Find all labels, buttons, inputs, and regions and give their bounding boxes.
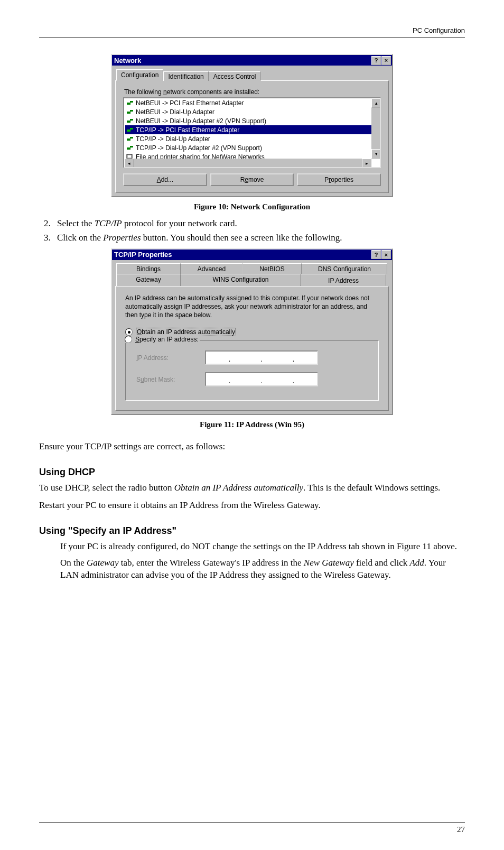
list-item[interactable]: TCP/IP -> PCI Fast Ethernet Adapter <box>125 125 380 134</box>
tab-body-configuration: The following network components are ins… <box>115 80 389 193</box>
components-label: The following network components are ins… <box>124 88 381 96</box>
tcpip-tabs-row1: Bindings Advanced NetBIOS DNS Configurat… <box>116 263 392 274</box>
tab-netbios[interactable]: NetBIOS <box>242 263 302 274</box>
list-item[interactable]: TCP/IP -> Dial-Up Adapter <box>125 134 380 143</box>
svg-rect-4 <box>127 121 130 123</box>
close-icon[interactable]: × <box>381 250 391 259</box>
scroll-left-icon[interactable]: ◂ <box>124 159 134 168</box>
ip-address-input[interactable]: ... <box>205 350 318 365</box>
list-item[interactable]: NetBEUI -> PCI Fast Ethernet Adapter <box>125 98 380 107</box>
network-titlebar[interactable]: Network ? × <box>112 55 392 66</box>
tab-access-control[interactable]: Access Control <box>209 71 261 81</box>
specify-fieldset: Specify an IP address: IP Address: ... S… <box>125 340 379 401</box>
para-specify-1: If your PC is already configured, do NOT… <box>60 541 465 553</box>
ip-address-label: IP Address: <box>136 354 205 362</box>
horizontal-scrollbar[interactable]: ◂ ▸ <box>124 159 371 167</box>
protocol-icon <box>126 135 134 143</box>
subnet-mask-input[interactable]: ... <box>205 372 318 386</box>
tcpip-dialog: TCP/IP Properties ? × Bindings Advanced … <box>111 248 393 415</box>
svg-rect-2 <box>127 112 130 114</box>
page-header-right: PC Configuration <box>39 26 465 34</box>
svg-rect-10 <box>127 147 130 150</box>
radio-specify[interactable]: Specify an IP address: <box>124 336 200 343</box>
scroll-right-icon[interactable]: ▸ <box>362 159 371 168</box>
tab-gateway[interactable]: Gateway <box>116 274 181 286</box>
dot-icon: . <box>228 376 230 385</box>
svg-rect-0 <box>127 103 130 105</box>
dot-icon: . <box>260 376 263 385</box>
properties-button[interactable]: Properties <box>297 173 381 186</box>
tab-advanced[interactable]: Advanced <box>181 263 242 274</box>
svg-rect-1 <box>130 101 133 103</box>
radio-specify-label: Specify an IP address: <box>135 336 199 343</box>
dot-icon: . <box>260 355 263 363</box>
tab-identification[interactable]: Identification <box>163 71 208 81</box>
help-icon[interactable]: ? <box>371 56 381 65</box>
protocol-icon <box>126 144 134 152</box>
para-specify-2: On the Gateway tab, enter the Wireless G… <box>60 557 465 581</box>
subnet-mask-row: Subnet Mask: ... <box>136 372 368 386</box>
svg-rect-11 <box>130 146 133 147</box>
tab-configuration[interactable]: Configuration <box>116 69 163 81</box>
tab-dns[interactable]: DNS Configuration <box>302 263 387 274</box>
svg-rect-3 <box>130 110 133 112</box>
svg-rect-8 <box>127 138 130 141</box>
tab-ipaddress[interactable]: IP Address <box>301 274 386 286</box>
subnet-mask-label: Subnet Mask: <box>136 376 205 383</box>
protocol-icon <box>126 108 134 116</box>
radio-obtain-label: Obtain an IP address automatically <box>136 328 236 336</box>
ipaddress-tab-body: An IP address can be automatically assig… <box>115 286 389 411</box>
heading-specify: Using "Specify an IP Address" <box>39 525 465 537</box>
scroll-up-icon[interactable]: ▴ <box>371 98 381 108</box>
vertical-scrollbar[interactable]: ▴ ▾ <box>371 98 380 159</box>
para-dhcp: To use DHCP, select the radio button Obt… <box>39 482 465 494</box>
help-icon[interactable]: ? <box>371 250 381 259</box>
radio-obtain-auto[interactable]: Obtain an IP address automatically <box>125 328 379 336</box>
dot-icon: . <box>293 376 295 385</box>
instruction-list: Select the TCP/IP protocol for your netw… <box>39 218 465 246</box>
tcpip-title: TCP/IP Properties <box>114 251 172 258</box>
tab-wins[interactable]: WINS Configuration <box>181 274 301 286</box>
svg-rect-6 <box>127 130 130 132</box>
svg-rect-5 <box>130 119 133 121</box>
heading-dhcp: Using DHCP <box>39 467 465 478</box>
protocol-icon <box>126 117 134 125</box>
protocol-icon <box>126 99 134 107</box>
scroll-down-icon[interactable]: ▾ <box>371 149 381 159</box>
remove-button[interactable]: Remove <box>210 173 294 186</box>
ip-address-row: IP Address: ... <box>136 350 368 365</box>
tcpip-titlebar[interactable]: TCP/IP Properties ? × <box>112 250 392 260</box>
list-item[interactable]: NetBEUI -> Dial-Up Adapter #2 (VPN Suppo… <box>125 116 380 125</box>
tab-bindings[interactable]: Bindings <box>116 263 181 274</box>
para-restart: Restart your PC to ensure it obtains an … <box>39 500 465 512</box>
svg-rect-9 <box>130 137 133 138</box>
list-item[interactable]: TCP/IP -> Dial-Up Adapter #2 (VPN Suppor… <box>125 143 380 152</box>
tcpip-tabs-row2: Gateway WINS Configuration IP Address <box>116 274 392 286</box>
radio-icon <box>125 328 133 336</box>
close-icon[interactable]: × <box>381 56 391 65</box>
components-listbox[interactable]: NetBEUI -> PCI Fast Ethernet Adapter Net… <box>123 97 381 168</box>
svg-rect-7 <box>130 128 133 130</box>
dot-icon: . <box>293 355 295 363</box>
list-item[interactable]: NetBEUI -> Dial-Up Adapter <box>125 107 380 116</box>
top-rule <box>39 38 465 38</box>
para-ensure: Ensure your TCP/IP settings are correct,… <box>39 441 465 453</box>
network-tabs: Configuration Identification Access Cont… <box>116 69 389 80</box>
protocol-icon <box>126 126 134 134</box>
svg-rect-13 <box>128 155 131 158</box>
ipaddress-info: An IP address can be automatically assig… <box>125 294 379 320</box>
bottom-rule <box>39 823 465 823</box>
network-title: Network <box>114 57 141 64</box>
step-2: Select the TCP/IP protocol for your netw… <box>53 218 465 230</box>
figure11-caption: Figure 11: IP Address (Win 95) <box>39 420 465 429</box>
add-button[interactable]: AAdd...dd... <box>123 173 207 186</box>
page-number: 27 <box>39 825 465 834</box>
radio-icon <box>125 336 132 343</box>
figure10-caption: Figure 10: Network Configuration <box>39 202 465 211</box>
network-dialog: Network ? × Configuration Identification… <box>111 54 393 197</box>
dot-icon: . <box>228 355 230 363</box>
step-3: Click on the Properties button. You shou… <box>53 232 465 244</box>
